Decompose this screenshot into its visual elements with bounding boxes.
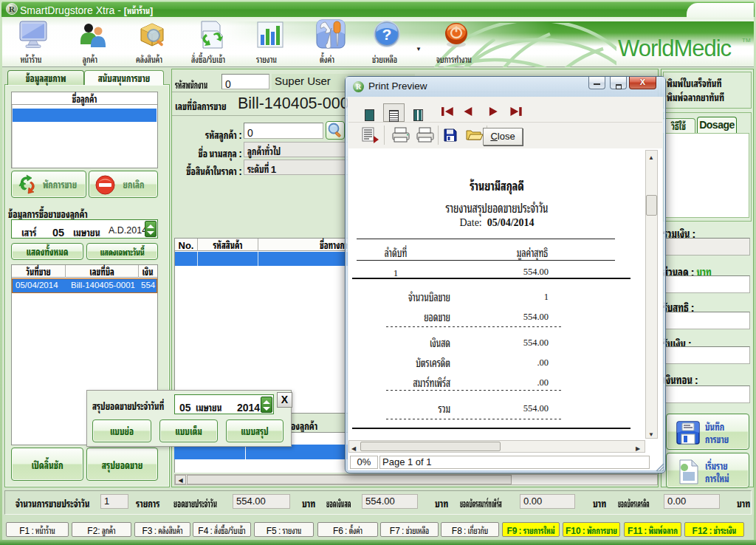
svg-text:?: ? bbox=[382, 26, 392, 43]
